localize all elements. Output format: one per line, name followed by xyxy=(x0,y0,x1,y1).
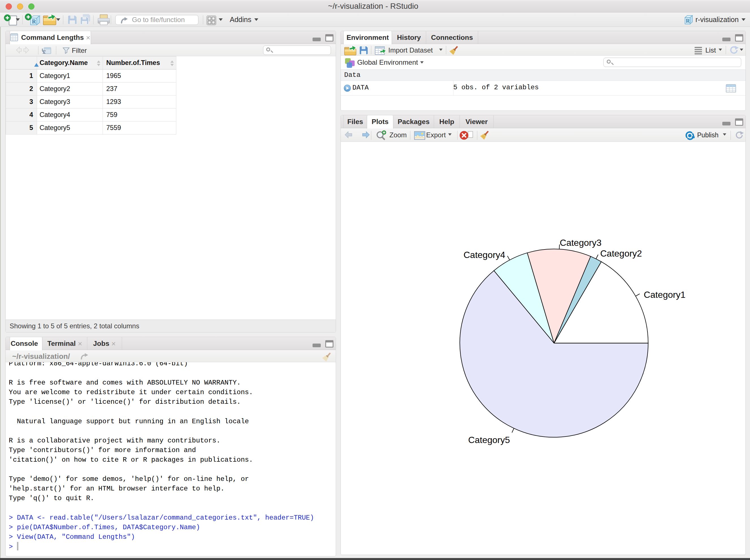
svg-text:Category2: Category2 xyxy=(600,248,642,259)
svg-text:R: R xyxy=(686,18,690,24)
svg-text:Category5: Category5 xyxy=(468,435,510,445)
svg-text:Category4: Category4 xyxy=(463,250,505,260)
svg-text:Category3: Category3 xyxy=(560,238,601,248)
svg-text:Category1: Category1 xyxy=(644,289,686,300)
svg-text:R: R xyxy=(32,18,36,25)
